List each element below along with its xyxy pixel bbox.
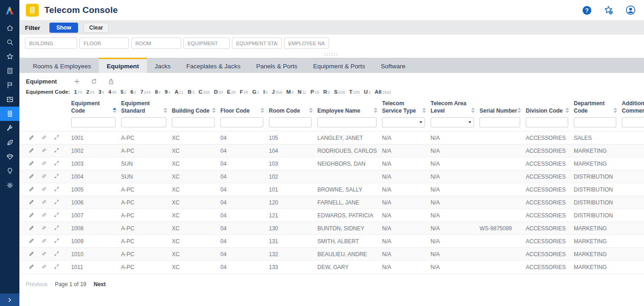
legend-item-f[interactable]: F38 [240,89,248,95]
column-filter-input-equipment-code[interactable] [71,117,115,127]
sort-arrows-icon[interactable] [614,108,617,114]
legend-item-a[interactable]: A21 [175,89,183,95]
link-icon[interactable] [41,225,47,231]
sort-arrows-icon[interactable] [113,108,116,114]
legend-item-7[interactable]: 7244 [140,89,151,95]
legend-item-9[interactable]: 94 [165,89,170,95]
legend-item-e[interactable]: E28 [227,89,236,95]
building-filter-input[interactable] [25,37,77,49]
legend-item-8[interactable]: 84 [155,89,160,95]
legend-item-t[interactable]: T100 [349,89,360,95]
legend-item-1[interactable]: 174 [74,89,82,95]
column-filter-select-telecom-service-type[interactable] [382,117,425,127]
trace-icon[interactable] [54,173,60,179]
sidebar-item-lightbulb[interactable] [0,164,19,178]
edit-pencil-icon[interactable] [29,160,35,166]
legend-item-g[interactable]: G1 [252,89,259,95]
tab-equipment-ports[interactable]: Equipment & Ports [305,58,373,73]
tab-rooms-employees[interactable]: Rooms & Employees [25,58,99,73]
column-header-telecom-service-type[interactable]: Telecom Service Type [381,98,430,116]
legend-item-s[interactable]: S528 [334,89,345,95]
help-icon[interactable]: ? [583,6,591,15]
legend-item-i[interactable]: I6 [263,89,267,95]
edit-pencil-icon[interactable] [29,212,35,218]
tab-equipment[interactable]: Equipment [99,58,147,73]
edit-pencil-icon[interactable] [29,225,35,231]
legend-item-p[interactable]: P16 [310,89,319,95]
previous-page-button[interactable]: Previous [26,281,48,288]
legend-item-4[interactable]: 449 [108,89,116,95]
edit-pencil-icon[interactable] [29,186,35,192]
sort-arrows-icon[interactable] [261,108,264,114]
legend-item-n[interactable]: N11 [298,89,306,95]
legend-item-b[interactable]: B3 [188,89,194,95]
column-filter-input-room-code[interactable] [269,117,312,127]
link-icon[interactable] [41,212,47,218]
link-icon[interactable] [41,199,47,205]
export-icon[interactable] [108,78,115,85]
sidebar-item-diamond[interactable] [0,150,19,164]
link-icon[interactable] [41,186,47,192]
edit-pencil-icon[interactable] [29,147,35,153]
legend-item-3[interactable]: 34 [98,89,104,95]
column-filter-input-floor-code[interactable] [220,117,263,127]
sidebar-item-home[interactable] [0,21,19,35]
trace-icon[interactable] [54,147,60,153]
tab-panels-ports[interactable]: Panels & Ports [248,58,305,73]
refresh-icon[interactable] [91,78,97,85]
user-avatar-icon[interactable] [626,5,636,15]
legend-item-c[interactable]: C265 [199,89,210,95]
sidebar-item-flag-report[interactable] [0,78,19,92]
equipment-filter-input[interactable] [183,37,230,49]
column-header-division-code[interactable]: Division Code [525,98,573,116]
trace-icon[interactable] [54,238,60,244]
sort-arrows-icon[interactable] [517,108,521,114]
column-header-department-code[interactable]: Department Code [573,98,621,116]
edit-pencil-icon[interactable] [29,134,35,140]
column-filter-input-additional-comments[interactable] [622,117,644,127]
equipment-standard-filter-input[interactable] [232,37,282,49]
tab-software[interactable]: Software [373,58,413,73]
legend-item-all[interactable]: All1842 [375,89,391,95]
trace-icon[interactable] [54,225,60,231]
sidebar-item-leaf[interactable] [0,135,19,150]
legend-item-6[interactable]: 62 [130,89,136,95]
panel-resize-handle[interactable] [19,52,644,58]
legend-item-2[interactable]: 243 [86,89,94,95]
edit-pencil-icon[interactable] [29,238,35,244]
sort-arrows-icon[interactable] [471,108,475,114]
sidebar-item-floorplan[interactable] [0,92,19,107]
room-filter-input[interactable] [131,37,181,49]
link-icon[interactable] [41,264,47,270]
trace-icon[interactable] [54,199,60,205]
trace-icon[interactable] [54,186,60,192]
clear-button[interactable]: Clear [84,23,109,33]
trace-icon[interactable] [54,264,60,270]
legend-item-m[interactable]: M4 [286,89,294,95]
link-icon[interactable] [41,160,47,166]
sort-arrows-icon[interactable] [164,108,167,114]
sidebar-expand-button[interactable] [0,294,19,306]
sort-arrows-icon[interactable] [565,108,569,114]
sidebar-item-settings-gear[interactable] [0,178,19,192]
column-header-additional-comments[interactable]: Additional Comments [621,98,644,116]
sidebar-item-search[interactable] [0,35,19,49]
employee-name-filter-input[interactable] [284,37,329,49]
link-icon[interactable] [41,238,47,244]
next-page-button[interactable]: Next [94,281,106,288]
edit-pencil-icon[interactable] [29,251,35,257]
app-logo-icon[interactable] [0,0,19,21]
column-header-equipment-standard[interactable]: Equipment Standard [120,98,171,116]
column-header-floor-code[interactable]: Floor Code [219,98,268,116]
sort-arrows-icon[interactable] [309,108,313,114]
sort-arrows-icon[interactable] [212,108,216,114]
link-icon[interactable] [41,251,47,257]
column-filter-select-telecom-area-level[interactable] [431,117,474,127]
link-icon[interactable] [41,147,47,153]
column-header-employee-name[interactable]: Employee Name [316,98,381,116]
sort-arrows-icon[interactable] [422,108,426,114]
tab-jacks[interactable]: Jacks [147,58,179,73]
column-filter-input-serial-number[interactable] [480,117,520,127]
trace-icon[interactable] [54,160,60,166]
legend-item-5[interactable]: 52 [121,89,126,95]
